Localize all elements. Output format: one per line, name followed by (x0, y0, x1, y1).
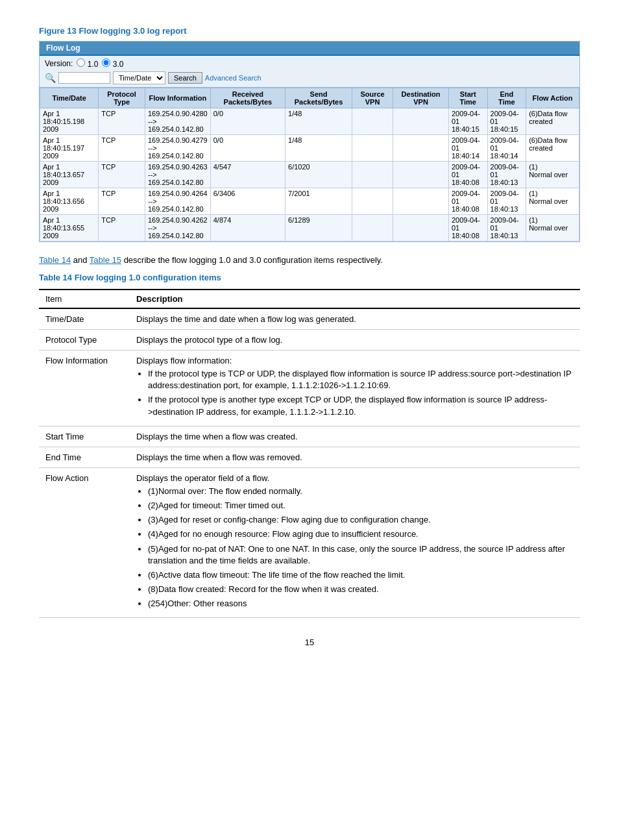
table-cell: 2009-04-01 18:40:13 (487, 215, 526, 241)
desc-suffix: describe the flow logging 1.0 and 3.0 co… (124, 255, 383, 265)
config-th-desc: Description (130, 290, 580, 308)
config-row: End TimeDisplays the time when a flow wa… (39, 447, 580, 467)
figure-title: Figure 13 Flow logging 3.0 log report (39, 26, 580, 36)
config-row: Flow ActionDisplays the operator field o… (39, 467, 580, 618)
table-cell: (1) Normal over (526, 215, 579, 241)
th-protocol-type: Protocol Type (99, 88, 145, 108)
bullet-item: (4)Aged for no enough resource: Flow agi… (148, 528, 574, 540)
table-cell: Apr 1 18:40:15.197 2009 (40, 135, 99, 162)
table14-title: Table 14 Flow logging 1.0 configuration … (39, 273, 580, 282)
config-description: Displays the time and date when a flow l… (130, 308, 580, 330)
config-row: Time/DateDisplays the time and date when… (39, 308, 580, 330)
version-1-label[interactable]: 1.0 (77, 58, 98, 69)
bullet-list: (1)Normal over: The flow ended normally.… (136, 486, 574, 610)
th-flow-info: Flow Information (145, 88, 210, 108)
advanced-search-link[interactable]: Advanced Search (205, 74, 261, 82)
bullet-item: (254)Other: Other reasons (148, 598, 574, 610)
table-cell (393, 215, 449, 241)
table-cell (352, 162, 393, 188)
version-label: Version: (45, 59, 73, 68)
table-cell: TCP (99, 188, 145, 215)
flow-log-table: Time/Date Protocol Type Flow Information… (40, 88, 579, 241)
flow-log-container: Flow Log Version: 1.0 3.0 🔍 Time/Date Se… (39, 41, 580, 242)
table14-link[interactable]: Table 14 (39, 255, 71, 265)
bullet-item: If the protocol type is TCP or UDP, the … (148, 368, 574, 391)
config-item: Flow Action (39, 467, 130, 618)
table-cell: (1) Normal over (526, 188, 579, 215)
table-cell (352, 215, 393, 241)
search-row: 🔍 Time/Date Search Advanced Search (45, 71, 574, 84)
th-start-time: Start Time (448, 88, 487, 108)
config-description: Displays flow information:If the protoco… (130, 351, 580, 426)
table-cell: 2009-04-01 18:40:14 (448, 135, 487, 162)
search-input[interactable] (58, 72, 110, 84)
version-3-radio[interactable] (102, 58, 110, 67)
table-cell (393, 162, 449, 188)
table-cell (393, 188, 449, 215)
table-cell: 7/2001 (285, 188, 352, 215)
table-row: Apr 1 18:40:13.655 2009TCP169.254.0.90.4… (40, 215, 579, 241)
table15-link[interactable]: Table 15 (90, 255, 121, 265)
table-cell: 2009-04-01 18:40:08 (448, 162, 487, 188)
table-cell: 169.254.0.90.4264 --> 169.254.0.142.80 (145, 188, 210, 215)
bullet-item: (1)Normal over: The flow ended normally. (148, 486, 574, 497)
config-description: Displays the operator field of a flow.(1… (130, 467, 580, 618)
th-source-vpn: Source VPN (352, 88, 393, 108)
config-row: Start TimeDisplays the time when a flow … (39, 426, 580, 447)
table-cell (352, 108, 393, 135)
table-cell: 2009-04-01 18:40:13 (487, 188, 526, 215)
table-cell: 2009-04-01 18:40:13 (487, 162, 526, 188)
config-description: Displays the protocol type of a flow log… (130, 330, 580, 351)
table-cell: 6/3406 (210, 188, 285, 215)
bullet-item: (6)Active data flow timeout: The life ti… (148, 569, 574, 581)
table-cell: 4/547 (210, 162, 285, 188)
bullet-item: (8)Data flow created: Record for the flo… (148, 584, 574, 595)
table-cell: TCP (99, 162, 145, 188)
config-item: Start Time (39, 426, 130, 447)
table-cell (352, 188, 393, 215)
flow-log-header: Version: 1.0 3.0 🔍 Time/Date Search Adva… (40, 56, 579, 88)
table-cell: 0/0 (210, 108, 285, 135)
config-description: Displays the time when a flow was create… (130, 426, 580, 447)
th-send: Send Packets/Bytes (285, 88, 352, 108)
table-cell: TCP (99, 215, 145, 241)
bullet-item: (3)Aged for reset or config-change: Flow… (148, 514, 574, 526)
search-button[interactable]: Search (168, 72, 202, 84)
search-select[interactable]: Time/Date (113, 71, 165, 84)
config-item: Flow Information (39, 351, 130, 426)
config-row: Flow InformationDisplays flow informatio… (39, 351, 580, 426)
table-cell: 1/48 (285, 135, 352, 162)
flow-log-tab[interactable]: Flow Log (40, 42, 87, 55)
table-cell: 6/1020 (285, 162, 352, 188)
th-dest-vpn: Destination VPN (393, 88, 449, 108)
table-cell (352, 135, 393, 162)
table-cell: Apr 1 18:40:13.655 2009 (40, 215, 99, 241)
table-cell: 0/0 (210, 135, 285, 162)
table-cell: (1) Normal over (526, 162, 579, 188)
table-cell (393, 108, 449, 135)
th-received: Received Packets/Bytes (210, 88, 285, 108)
table-cell: Apr 1 18:40:13.657 2009 (40, 162, 99, 188)
config-item: End Time (39, 447, 130, 467)
config-row: Protocol TypeDisplays the protocol type … (39, 330, 580, 351)
table-cell: 1/48 (285, 108, 352, 135)
config-item: Protocol Type (39, 330, 130, 351)
table-cell: Apr 1 18:40:15.198 2009 (40, 108, 99, 135)
version-1-radio[interactable] (77, 58, 85, 67)
table-cell: (6)Data flow created (526, 108, 579, 135)
version-row: Version: 1.0 3.0 (45, 58, 574, 69)
config-header-row: Item Description (39, 290, 580, 308)
th-time-date: Time/Date (40, 88, 99, 108)
table-cell: TCP (99, 108, 145, 135)
table-cell: TCP (99, 135, 145, 162)
th-end-time: End Time (487, 88, 526, 108)
version-3-label[interactable]: 3.0 (102, 58, 123, 69)
config-table: Item Description Time/DateDisplays the t… (39, 289, 580, 618)
bullet-item: (2)Aged for timeout: Timer timed out. (148, 500, 574, 512)
table-cell: Apr 1 18:40:13.656 2009 (40, 188, 99, 215)
bullet-item: If the protocol type is another type exc… (148, 394, 574, 417)
bullet-item: (5)Aged for no-pat of NAT: One to one NA… (148, 543, 574, 567)
table-cell: 2009-04-01 18:40:15 (448, 108, 487, 135)
description-paragraph: Table 14 and Table 15 describe the flow … (39, 255, 580, 265)
table-cell: 2009-04-01 18:40:14 (487, 135, 526, 162)
